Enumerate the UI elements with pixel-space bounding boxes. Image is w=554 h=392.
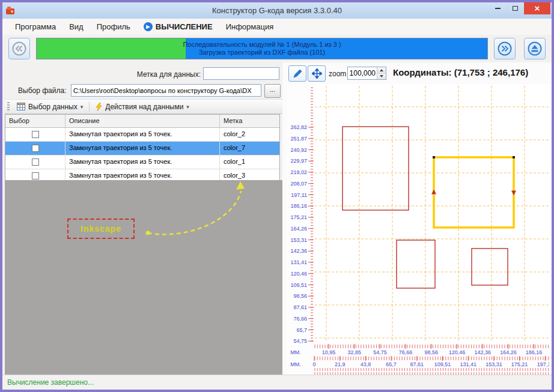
- annotation-arrow: [5, 180, 282, 375]
- next-module-button[interactable]: [494, 38, 516, 59]
- row-select-cell[interactable]: [5, 142, 65, 155]
- coordinates-readout: Координаты: (71,753 ; 246,176): [393, 67, 528, 77]
- row-checkbox[interactable]: [32, 131, 39, 138]
- up-arrow-icon: [380, 69, 383, 71]
- row-checkbox[interactable]: [32, 172, 39, 179]
- data-label-input[interactable]: [203, 67, 279, 80]
- table-icon: [17, 103, 25, 110]
- zoom-spin-buttons: [377, 67, 386, 79]
- eject-button[interactable]: [524, 38, 546, 59]
- edit-button[interactable]: [288, 65, 306, 82]
- svg-text:ММ.: ММ.: [290, 349, 301, 355]
- svg-text:186,16: 186,16: [290, 203, 307, 209]
- menu-item-vychislenie[interactable]: ▶ ВЫЧИСЛЕНИЕ: [137, 20, 219, 34]
- double-left-chevron-icon: [11, 41, 27, 56]
- svg-text:0: 0: [312, 361, 315, 367]
- svg-text:142,36: 142,36: [474, 349, 491, 355]
- svg-text:175,21: 175,21: [290, 214, 307, 220]
- canvas-svg[interactable]: 262,82251,87240,92229,97219,02208,07197,…: [287, 84, 549, 375]
- window-controls: ×: [489, 2, 550, 14]
- row-select-cell[interactable]: [5, 155, 65, 169]
- zoom-decrease-button[interactable]: [377, 74, 386, 80]
- svg-text:87,61: 87,61: [410, 361, 424, 367]
- data-actions-label: Действия над данными: [105, 103, 183, 111]
- chevron-down-icon: ▾: [81, 104, 84, 110]
- svg-text:10,95: 10,95: [322, 349, 336, 355]
- menu-label: Программа: [15, 22, 56, 31]
- row-checkbox[interactable]: [32, 145, 39, 152]
- zoom-value-input[interactable]: [348, 67, 377, 79]
- minimize-icon: [495, 8, 501, 9]
- menu-label: Информация: [226, 22, 274, 31]
- menu-label: Вид: [69, 22, 84, 31]
- maximize-button[interactable]: [507, 2, 524, 14]
- progress-line-2: Загрузка траекторий из DXF файла (101): [199, 49, 325, 56]
- svg-text:ММ.: ММ.: [290, 361, 301, 367]
- statusbar: Вычисление завершено...: [2, 375, 552, 390]
- zoom-spinner: [347, 67, 386, 80]
- row-description: Замкнутая траектория из 5 точек.: [65, 155, 220, 169]
- toolbar-separator: [89, 101, 90, 112]
- svg-text:240,92: 240,92: [290, 147, 307, 153]
- row-description: Замкнутая траектория из 5 точек.: [65, 142, 220, 155]
- zoom-caption: zoom: [329, 70, 346, 78]
- table-row[interactable]: Замкнутая траектория из 5 точек.color_1: [5, 155, 279, 169]
- svg-text:109,51: 109,51: [434, 361, 451, 367]
- down-arrow-icon: [380, 75, 383, 77]
- svg-text:32,85: 32,85: [347, 349, 361, 355]
- svg-text:153,31: 153,31: [486, 361, 502, 367]
- browse-button[interactable]: ...: [264, 84, 281, 98]
- status-text: Вычисление завершено...: [7, 378, 94, 387]
- app-window: Конструктор G-кода версия 3.3.0.40 × Про…: [0, 0, 554, 392]
- row-description: Замкнутая траектория из 5 точек.: [65, 128, 220, 141]
- svg-text:54,75: 54,75: [373, 349, 387, 355]
- progress-line-1: Последовательность модулей № 1 (Модуль 1…: [183, 41, 341, 49]
- close-button[interactable]: ×: [524, 2, 550, 14]
- select-data-label: Выбор данных: [28, 103, 78, 111]
- svg-text:208,07: 208,07: [290, 181, 307, 187]
- table-row[interactable]: Замкнутая траектория из 5 точек.color_2: [5, 128, 279, 142]
- select-data-dropdown[interactable]: Выбор данных ▾: [13, 101, 87, 113]
- svg-text:164,26: 164,26: [290, 226, 307, 232]
- svg-text:43,8: 43,8: [361, 361, 371, 367]
- svg-text:229,97: 229,97: [290, 158, 307, 164]
- data-toolbar: Выбор данных ▾ Действия над данными ▾: [5, 99, 282, 114]
- window-title: Конструктор G-кода версия 3.3.0.40: [2, 2, 552, 19]
- menu-item-informatsiya[interactable]: Информация: [219, 20, 281, 34]
- row-label: color_7: [220, 142, 279, 155]
- menu-item-programma[interactable]: Программа: [8, 20, 62, 34]
- file-path-input[interactable]: [71, 84, 261, 97]
- svg-text:219,02: 219,02: [290, 169, 307, 175]
- data-actions-dropdown[interactable]: Действия над данными ▾: [91, 101, 193, 113]
- header-label: Метка: [220, 115, 279, 127]
- menu-item-profil[interactable]: Профиль: [90, 20, 137, 34]
- pencil-icon: [293, 69, 302, 78]
- svg-text:197,11: 197,11: [291, 192, 307, 198]
- menu-label: Профиль: [97, 22, 130, 31]
- pan-button[interactable]: [308, 65, 326, 82]
- svg-text:120,46: 120,46: [449, 349, 466, 355]
- svg-text:131,41: 131,41: [460, 361, 476, 367]
- svg-text:109,51: 109,51: [290, 282, 307, 288]
- svg-text:98,56: 98,56: [425, 349, 439, 355]
- svg-text:98,56: 98,56: [293, 293, 307, 299]
- minimize-button[interactable]: [489, 2, 507, 14]
- menubar: Программа Вид Профиль ▶ ВЫЧИСЛЕНИЕ Инфор…: [2, 19, 552, 35]
- row-label: color_1: [220, 155, 279, 169]
- zoom-increase-button[interactable]: [377, 67, 386, 74]
- table-body: Замкнутая траектория из 5 точек.color_2З…: [5, 128, 279, 182]
- previous-module-button[interactable]: [8, 38, 30, 59]
- inkscape-annotation: Inkscape: [67, 219, 135, 239]
- menu-item-vid[interactable]: Вид: [62, 20, 90, 34]
- trajectory-table: Выбор Описание Метка Замкнутая траектори…: [5, 114, 280, 183]
- row-select-cell[interactable]: [5, 128, 65, 141]
- table-row[interactable]: Замкнутая траектория из 5 точек.color_7: [5, 142, 279, 155]
- move-arrows-icon: [312, 68, 322, 79]
- data-label-caption: Метка для данных:: [111, 70, 201, 79]
- svg-text:21,9: 21,9: [335, 361, 345, 367]
- work-area: Inkscape: [5, 180, 282, 375]
- row-checkbox[interactable]: [32, 158, 39, 166]
- header-description: Описание: [65, 115, 220, 127]
- titlebar: Конструктор G-кода версия 3.3.0.40 ×: [2, 2, 552, 19]
- svg-text:142,36: 142,36: [290, 248, 307, 254]
